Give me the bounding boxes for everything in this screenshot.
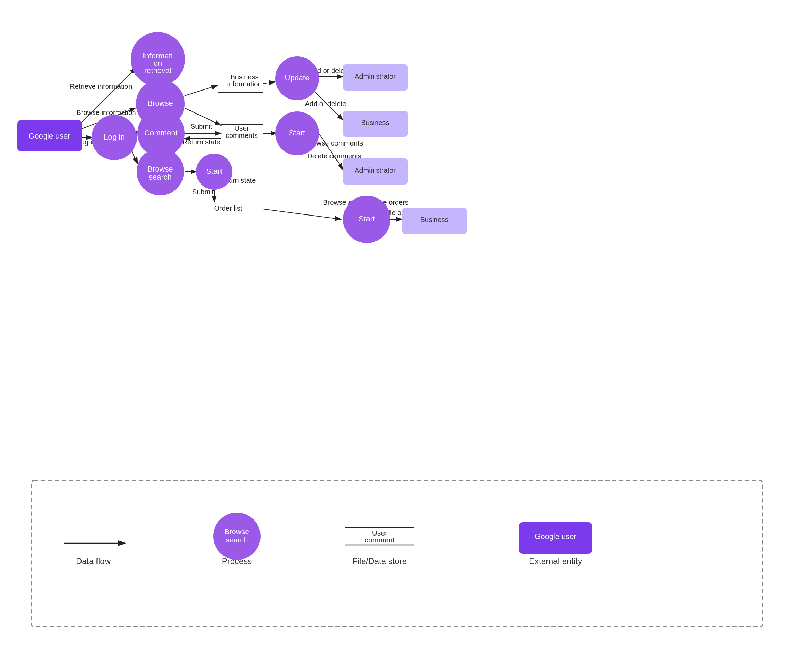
comment-label: Comment <box>144 128 177 137</box>
diagram-container: Retrieve information Browse information … <box>0 0 799 672</box>
svg-line-7 <box>184 85 218 96</box>
legend-process-label1: Browse <box>225 528 249 536</box>
label-submit-comment: Submit <box>191 123 213 130</box>
label-return-state-comment: Return state <box>183 138 221 146</box>
label-add-delete-2: Add or delete <box>305 100 347 107</box>
legend-data-flow-label: Data flow <box>76 557 111 566</box>
label-business-info2: information <box>227 80 262 88</box>
svg-line-15 <box>263 209 341 219</box>
browse-search-label2: search <box>149 173 172 181</box>
business1-label: Business <box>361 119 389 126</box>
label-business-info: Business <box>230 73 258 81</box>
label-order-list: Order list <box>214 205 242 212</box>
start-browse-label: Start <box>206 167 222 176</box>
label-retrieve-info: Retrieve information <box>70 83 132 90</box>
business2-label: Business <box>420 216 448 224</box>
login-label: Log in <box>104 133 125 141</box>
legend-process-text: Process <box>222 557 252 566</box>
legend-border <box>31 480 763 627</box>
legend-process-label2: search <box>226 536 248 544</box>
label-user-comments: User <box>234 124 250 132</box>
info-retrieval-label3: retrieval <box>144 66 171 75</box>
update-label: Update <box>285 74 310 82</box>
browse-search-label1: Browse <box>147 165 173 173</box>
label-user-comments2: comments <box>226 131 258 139</box>
svg-line-18 <box>317 131 343 170</box>
svg-line-13 <box>263 82 275 83</box>
legend-external-entity-text: Google user <box>535 532 576 541</box>
administrator1-label: Administrator <box>355 72 395 80</box>
legend-file-text2: comment <box>365 536 395 544</box>
administrator2-label: Administrator <box>355 166 395 174</box>
label-browse-info: Browse information <box>76 109 136 116</box>
browse-label: Browse <box>147 99 173 107</box>
start-comments-label: Start <box>289 128 305 137</box>
start-orders-label: Start <box>359 214 375 223</box>
google-user-label: Google user <box>29 131 70 140</box>
legend-file-label: File/Data store <box>352 557 407 566</box>
legend-external-entity-label: External entity <box>529 557 582 566</box>
